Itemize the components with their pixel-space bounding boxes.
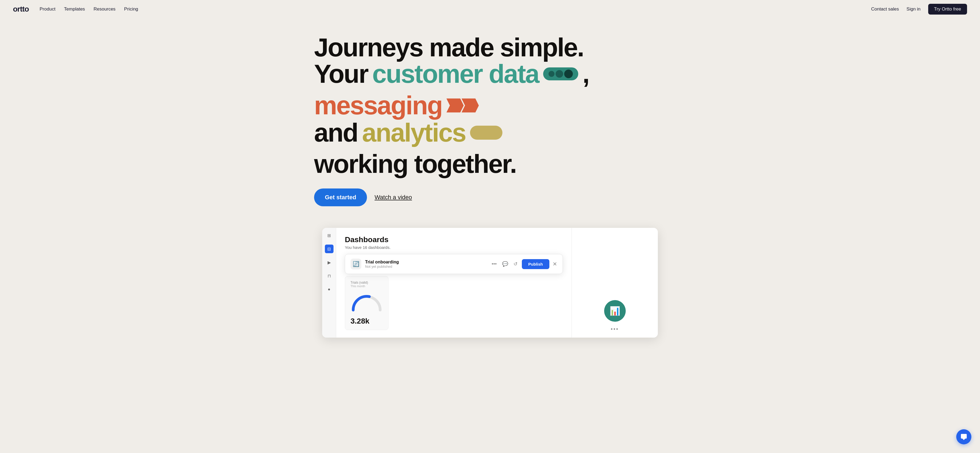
nav-link-resources[interactable]: Resources	[94, 6, 116, 12]
trials-sublabel: This month	[350, 285, 383, 288]
nav-links: Product Templates Resources Pricing	[40, 6, 138, 12]
dashboard-preview: ⊞ ⊟ ▶ ⊓ ● Dashboards You have 16 dashboa…	[309, 228, 671, 337]
sidebar: ⊞ ⊟ ▶ ⊓ ●	[322, 228, 336, 337]
nav-item-resources[interactable]: Resources	[94, 6, 116, 12]
arrow-2	[462, 98, 479, 112]
history-button[interactable]: ↺	[512, 260, 519, 268]
try-free-button[interactable]: Try Ortto free	[928, 4, 967, 14]
onboarding-icon: 🔄	[353, 261, 360, 267]
overlay-card-left: 🔄 Trial onboarding Not yet published	[350, 258, 399, 269]
cta-row: Get started Watch a video	[314, 188, 666, 206]
overlay-card-info: Trial onboarding Not yet published	[365, 260, 399, 269]
circle-icon: ●	[328, 287, 331, 292]
arrow-decoration	[447, 98, 479, 112]
data-icon: ⊓	[328, 273, 331, 279]
chat-icon	[960, 433, 967, 440]
sign-in-link[interactable]: Sign in	[907, 6, 921, 12]
nav-left: ortto Product Templates Resources Pricin…	[13, 5, 138, 13]
hero-analytics: analytics	[362, 119, 466, 146]
trials-card: Trials (valid) This month 3.28k	[345, 276, 388, 330]
navigation: ortto Product Templates Resources Pricin…	[0, 0, 980, 18]
three-dots-icon: •••	[611, 326, 619, 332]
dot-small	[549, 71, 555, 77]
contact-sales-link[interactable]: Contact sales	[871, 6, 899, 12]
close-button[interactable]: ✕	[553, 261, 557, 267]
hero-line3: and analytics working together.	[314, 119, 666, 178]
dashboard-title: Dashboards	[345, 235, 563, 244]
more-options-button[interactable]: •••	[490, 260, 498, 268]
hero-messaging: messaging	[314, 92, 442, 119]
nav-link-product[interactable]: Product	[40, 6, 56, 12]
nav-item-product[interactable]: Product	[40, 6, 56, 12]
overlay-card-icon: 🔄	[350, 258, 361, 269]
dashboard-export-icon: 📊	[609, 306, 620, 316]
main-content: Dashboards You have 16 dashboards. 🔄 Tri…	[336, 228, 571, 337]
right-panel: 📊 •••	[571, 228, 658, 337]
right-panel-more-button[interactable]: •••	[611, 326, 619, 332]
ellipsis-icon: •••	[492, 261, 497, 267]
nav-right: Contact sales Sign in Try Ortto free	[871, 4, 967, 14]
chat-bubble-button[interactable]	[956, 429, 971, 444]
nav-link-templates[interactable]: Templates	[64, 6, 85, 12]
hero-your: Your	[314, 60, 368, 88]
watch-video-link[interactable]: Watch a video	[374, 194, 412, 201]
green-circle-icon: 📊	[604, 300, 626, 322]
trials-value: 3.28k	[350, 317, 383, 325]
hero-working-together: working together.	[314, 150, 516, 178]
sidebar-icon-dashboard[interactable]: ⊟	[325, 245, 334, 253]
hero-customer-data: customer data	[372, 60, 539, 88]
history-icon: ↺	[514, 261, 517, 267]
dot-mid	[555, 70, 563, 78]
sidebar-icon-circle[interactable]: ●	[325, 285, 334, 294]
sidebar-icon-app[interactable]: ⊞	[325, 231, 334, 240]
hero-section: Journeys made simple. Your customer data…	[301, 18, 679, 217]
app-grid-icon: ⊞	[327, 233, 331, 238]
chart-area: Trials (valid) This month 3.28k	[345, 276, 563, 330]
overlay-card: 🔄 Trial onboarding Not yet published •••…	[345, 254, 563, 274]
sidebar-icon-data[interactable]: ⊓	[325, 271, 334, 280]
arc-chart	[350, 290, 383, 312]
logo[interactable]: ortto	[13, 5, 29, 13]
overlay-card-actions: ••• 💬 ↺ Publish ✕	[490, 259, 557, 269]
sidebar-icon-play[interactable]: ▶	[325, 258, 334, 267]
hero-line1: Journeys made simple.	[314, 35, 666, 60]
trials-label: Trials (valid)	[350, 281, 383, 285]
olive-pill-decoration	[470, 126, 503, 140]
comment-button[interactable]: 💬	[501, 260, 509, 268]
close-icon: ✕	[553, 261, 557, 267]
play-icon: ▶	[328, 260, 331, 265]
dot-large	[564, 70, 573, 78]
arc-svg	[350, 290, 383, 312]
comment-icon: 💬	[502, 261, 508, 267]
nav-item-pricing[interactable]: Pricing	[124, 6, 138, 12]
overlay-card-name: Trial onboarding	[365, 260, 399, 265]
overlay-card-status: Not yet published	[365, 265, 399, 269]
teal-dots-decoration	[543, 67, 578, 80]
arrow-1	[447, 98, 464, 112]
nav-link-pricing[interactable]: Pricing	[124, 6, 138, 12]
dashboard-header: Dashboards You have 16 dashboards.	[345, 235, 563, 250]
nav-item-templates[interactable]: Templates	[64, 6, 85, 12]
dashboard-window: ⊞ ⊟ ▶ ⊓ ● Dashboards You have 16 dashboa…	[322, 228, 658, 337]
dashboard-icon: ⊟	[327, 247, 331, 252]
hero-line2: Your customer data , messaging	[314, 60, 666, 119]
get-started-button[interactable]: Get started	[314, 188, 367, 206]
hero-and: and	[314, 119, 358, 146]
dashboard-subtitle: You have 16 dashboards.	[345, 245, 563, 250]
hero-comma: ,	[582, 60, 589, 88]
publish-button[interactable]: Publish	[522, 259, 549, 269]
